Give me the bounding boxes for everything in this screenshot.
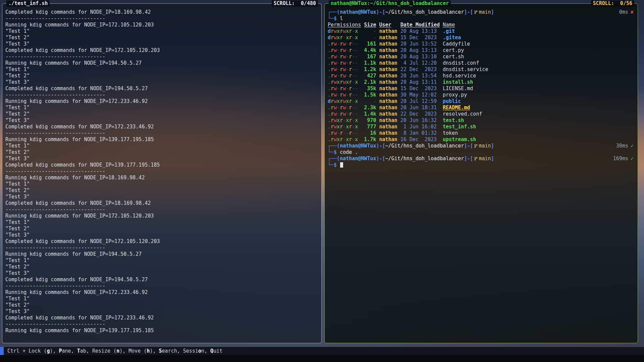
hint-separator: , — [177, 348, 183, 354]
file-name: hsd.service — [443, 73, 476, 79]
terminal-output-line: "Test 1" — [5, 105, 319, 111]
file-row[interactable]: .rw-rw-r--1.4knathan22 Dec 2023resolved.… — [328, 111, 635, 117]
file-size: 1.2k — [364, 66, 376, 73]
terminal-output-line: Running kdig commands for NODE_IP=18.169… — [5, 175, 319, 181]
terminal-output-line: "Test 2" — [5, 302, 319, 308]
terminal-cursor — [340, 162, 343, 168]
file-name: resolved.conf — [443, 111, 482, 117]
file-permissions: .rw-rw-r-- — [328, 54, 361, 60]
left-pane[interactable]: ./test_inf.sh SCROLL: 0/480 Completed kd… — [2, 3, 322, 343]
terminal-output-line: "Test 2" — [5, 264, 319, 270]
file-row[interactable]: .rwxrwxr-x2.1knathan20 Aug 13:11install.… — [328, 79, 635, 85]
file-size: 970 — [364, 117, 376, 124]
file-date-modified: 20 Jun 18:31 — [400, 105, 440, 111]
duration-value: 169ms — [613, 156, 628, 162]
terminal-output-line: Running kdig commands for NODE_IP=172.23… — [5, 289, 319, 296]
file-permissions: drwxrwxr-x — [328, 98, 361, 105]
file-row[interactable]: .rwxr-xr-x970nathan20 Jun 16:32test.sh — [328, 117, 635, 124]
file-row[interactable]: .rw-rw-r--1.2knathan22 Dec 2023dnsdist.s… — [328, 66, 635, 73]
screen-bottom-edge — [0, 355, 644, 362]
file-name: .git — [443, 28, 455, 34]
terminal-output-line: "Test 1" — [5, 257, 319, 264]
file-size: 427 — [364, 73, 376, 79]
terminal-output-line: Running kdig commands for NODE_IP=194.50… — [5, 251, 319, 257]
file-name: cert.sh — [443, 54, 464, 60]
file-row[interactable]: .rw-rw-r--427nathan20 Jun 13:54hsd.servi… — [328, 73, 635, 79]
file-owner: nathan — [379, 130, 397, 136]
prompt-frame: ]-[ — [464, 9, 473, 15]
file-permissions: .rw-r--r-- — [328, 130, 361, 136]
terminal-output-line: "Test 1" — [5, 66, 319, 73]
duration-value: 30ms — [616, 143, 628, 149]
file-name: cert.py — [443, 47, 464, 53]
terminal-output-line: Completed kdig commands for NODE_IP=194.… — [5, 277, 319, 283]
terminal-output-line: "Test 2" — [5, 226, 319, 232]
file-row[interactable]: .rw-r--r--16nathan 8 Jan 01:32token — [328, 130, 635, 136]
column-header: Date Modified — [400, 22, 440, 28]
prompt-line: ┌──(nathan@NWTux)-[~/Git/hns_doh_loadbal… — [328, 143, 635, 149]
file-size: 2.3k — [364, 105, 376, 111]
terminal-output-line: "Test 3" — [5, 41, 319, 47]
prompt-frame: └─$ — [328, 149, 340, 155]
terminal-output-line: "Test 2" — [5, 73, 319, 79]
file-row[interactable]: .rw-rw-r--4.4knathan20 Aug 13:13cert.py — [328, 47, 635, 54]
file-permissions: .rwxr-xr-x — [328, 117, 361, 124]
command-line: └─$ — [328, 162, 635, 168]
file-date-modified: 22 Dec 2023 — [400, 111, 440, 117]
terminal-output-line: "Test 1" — [5, 28, 319, 35]
right-pane[interactable]: nathan@NWTux:~/Git/hns_doh_loadbalancer … — [324, 3, 638, 343]
file-row[interactable]: .rw-rw-r--1.5knathan30 May 12:02proxy.py — [328, 92, 635, 98]
file-row[interactable]: .rw-rw-r--161nathan20 Jun 13:52Caddyfile — [328, 41, 635, 47]
file-owner: nathan — [379, 73, 397, 79]
prompt-user-host: nathan@NWTux — [340, 9, 376, 15]
prompt-frame: )-[ — [376, 9, 385, 15]
terminal-output-line: Running kdig commands for NODE_IP=172.10… — [5, 22, 319, 28]
hint-separator: , — [204, 348, 210, 354]
prompt-user-host: nathan@NWTux — [340, 156, 376, 162]
file-size: 2.1k — [364, 79, 376, 85]
file-row[interactable]: .rw-rw-r--1.1knathan 4 Jul 12:20dnsdist.… — [328, 60, 635, 66]
file-date-modified: 20 Jul 12:59 — [400, 98, 440, 105]
file-row[interactable]: .rw-rw-r--35knathan15 Dec 2023LICENSE.md — [328, 85, 635, 92]
file-name: proxy.py — [443, 92, 467, 98]
status-bar-right: ♪ All Joy No Stress (K... [Rhett Walker]… — [486, 347, 635, 355]
hint-text: ) — [150, 348, 153, 354]
file-size: 4.4k — [364, 47, 376, 54]
hint-separator: , — [153, 348, 159, 354]
file-row[interactable]: drwxr-xr-x-nathan15 Dec 2023.gitea — [328, 35, 635, 41]
prompt-line: ┌──(nathan@NWTux)-[~/Git/hns_doh_loadbal… — [328, 156, 635, 162]
prompt-context: ┌──(nathan@NWTux)-[~/Git/hns_doh_loadbal… — [328, 9, 494, 15]
file-date-modified: 4 Jul 12:20 — [400, 60, 440, 66]
file-owner: nathan — [379, 124, 397, 130]
file-size: 16 — [364, 130, 376, 136]
file-row[interactable]: .rwxr-xr-x1.7knathan16 Dec 2023upstream.… — [328, 136, 635, 143]
file-row[interactable]: .rwxr-xr-x777nathan 1 Jun 16:02test_inf.… — [328, 124, 635, 130]
file-row[interactable]: drwxrwxr-x-nathan20 Jul 12:59public — [328, 98, 635, 105]
hint-separator: , — [86, 348, 92, 354]
column-header-label: Date Modified — [400, 22, 440, 28]
hint-key: n — [116, 348, 119, 354]
hint-text: n — [201, 348, 204, 354]
file-size: 161 — [364, 41, 376, 47]
hint-text: Resize ( — [92, 348, 116, 354]
terminal-output-line: Completed kdig commands for NODE_IP=18.1… — [5, 9, 319, 15]
file-name: install.sh — [443, 79, 473, 85]
file-row[interactable]: drwxrwxr-x-nathan20 Aug 13:13.git — [328, 28, 635, 35]
file-owner: nathan — [379, 54, 397, 60]
file-name: dnsdist.conf — [443, 60, 479, 66]
terminal-output-line: "Test 2" — [5, 187, 319, 194]
file-owner: nathan — [379, 98, 397, 105]
listing-header: PermissionsSizeUserDate ModifiedName — [328, 22, 635, 28]
file-row[interactable]: .rw-rw-r--167nathan20 Aug 13:10cert.sh — [328, 54, 635, 60]
file-owner: nathan — [379, 105, 397, 111]
hint-key: Q — [210, 348, 213, 354]
hint-text: Move ( — [128, 348, 147, 354]
file-permissions: .rw-rw-r-- — [328, 47, 361, 54]
file-date-modified: 20 Jun 13:54 — [400, 73, 440, 79]
file-date-modified: 20 Aug 13:13 — [400, 28, 440, 35]
file-size: - — [364, 35, 376, 41]
file-row[interactable]: .rw-rw-r--2.3knathan20 Jun 18:31README.m… — [328, 105, 635, 111]
terminal-output-line: Completed kdig commands for NODE_IP=18.1… — [5, 200, 319, 206]
hint-text: earch — [162, 348, 177, 354]
file-owner: nathan — [379, 85, 397, 92]
